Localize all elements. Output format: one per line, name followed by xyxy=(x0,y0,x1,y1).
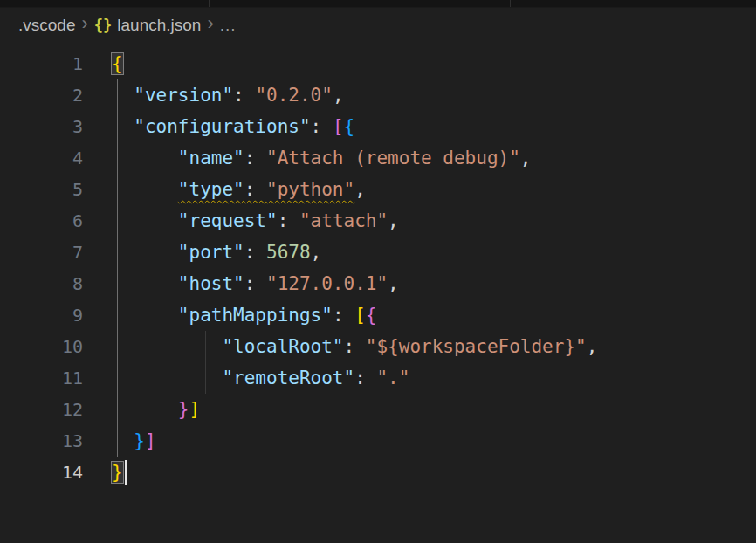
tab-bar-edge xyxy=(0,0,756,8)
code-token: { xyxy=(344,116,355,137)
code-line-content[interactable]: "localRoot": "${workspaceFolder}", xyxy=(83,331,597,362)
line-number[interactable]: 1 xyxy=(0,48,83,79)
line-number[interactable]: 14 xyxy=(0,457,83,488)
code-token: , xyxy=(388,210,399,231)
code-line[interactable]: 11 "remoteRoot": "." xyxy=(0,362,756,394)
line-number[interactable]: 8 xyxy=(0,268,83,299)
indent-guide xyxy=(162,268,162,299)
code-token: , xyxy=(520,148,532,168)
line-number[interactable]: 10 xyxy=(0,331,83,362)
code-token xyxy=(112,399,178,420)
code-line[interactable]: 5 "type": "python", xyxy=(0,174,756,205)
line-number[interactable]: 11 xyxy=(0,362,83,394)
code-token: "name" xyxy=(178,148,244,168)
code-line-content[interactable]: "host": "127.0.0.1", xyxy=(83,268,399,299)
code-line[interactable]: 4 "name": "Attach (remote debug)", xyxy=(0,142,756,174)
code-token: "remoteRoot" xyxy=(222,368,354,388)
code-token: , xyxy=(333,85,344,106)
json-file-icon: {} xyxy=(94,17,112,34)
line-number[interactable]: 7 xyxy=(0,237,83,268)
code-line[interactable]: 10 "localRoot": "${workspaceFolder}", xyxy=(0,331,756,362)
code-line-content[interactable]: "pathMappings": [{ xyxy=(83,299,376,331)
text-cursor xyxy=(125,460,127,485)
editor-code-area[interactable]: 1{2 "version": "0.2.0",3 "configurations… xyxy=(0,42,756,488)
code-token xyxy=(112,242,178,263)
breadcrumb-folder[interactable]: .vscode xyxy=(18,16,75,35)
code-line-content[interactable]: }] xyxy=(83,425,156,457)
code-token xyxy=(112,305,178,326)
code-token: [ xyxy=(354,305,366,326)
breadcrumb-symbol-more[interactable]: ... xyxy=(220,16,237,35)
line-number[interactable]: 5 xyxy=(0,174,83,205)
code-token xyxy=(112,430,134,451)
indent-guide xyxy=(162,331,162,362)
line-number[interactable]: 12 xyxy=(0,394,83,425)
chevron-right-icon: › xyxy=(201,14,219,33)
code-line-content[interactable]: "version": "0.2.0", xyxy=(83,79,344,111)
code-token: : xyxy=(244,148,266,168)
code-line-content[interactable]: "type": "python", xyxy=(83,174,366,205)
indent-guide xyxy=(205,362,206,394)
code-line[interactable]: 1{ xyxy=(0,48,756,79)
indent-guide xyxy=(162,362,162,394)
line-number[interactable]: 13 xyxy=(0,425,83,457)
line-number[interactable]: 9 xyxy=(0,299,83,331)
tab-edge-segment xyxy=(210,0,511,7)
line-number[interactable]: 2 xyxy=(0,79,83,111)
code-line[interactable]: 3 "configurations": [{ xyxy=(0,111,756,142)
code-line-content[interactable]: "configurations": [{ xyxy=(83,111,354,142)
code-token: "." xyxy=(376,368,409,388)
code-token: 5678 xyxy=(266,242,311,263)
code-line[interactable]: 7 "port": 5678, xyxy=(0,237,756,268)
code-line[interactable]: 2 "version": "0.2.0", xyxy=(0,79,756,111)
code-line-content[interactable]: "remoteRoot": "." xyxy=(83,362,409,394)
code-line[interactable]: 14} xyxy=(0,457,756,488)
code-token: { xyxy=(112,53,123,74)
indent-guide xyxy=(117,142,118,174)
code-token xyxy=(112,273,178,294)
breadcrumb-file[interactable]: launch.json xyxy=(117,16,201,35)
code-line[interactable]: 6 "request": "attach", xyxy=(0,205,756,237)
code-token: "type" xyxy=(178,179,244,200)
code-token: : xyxy=(244,273,266,294)
code-token: "0.2.0" xyxy=(255,85,333,106)
indent-guide xyxy=(117,425,118,457)
code-token: , xyxy=(388,273,399,294)
code-token: } xyxy=(134,430,145,451)
code-line[interactable]: 13 }] xyxy=(0,425,756,457)
indent-guide xyxy=(117,268,118,299)
code-line-content[interactable]: "name": "Attach (remote debug)", xyxy=(83,142,531,174)
code-line-content[interactable]: } xyxy=(83,457,127,488)
indent-guide xyxy=(117,394,118,425)
code-token: "Attach (remote debug)" xyxy=(266,148,520,168)
code-token: "port" xyxy=(178,242,244,263)
code-line-content[interactable]: "port": 5678, xyxy=(83,237,321,268)
code-token: : xyxy=(278,210,299,231)
code-token: : xyxy=(244,179,266,200)
tab-edge-segment xyxy=(511,0,756,7)
code-token xyxy=(112,210,178,231)
line-number[interactable]: 4 xyxy=(0,142,83,174)
code-line-content[interactable]: "request": "attach", xyxy=(83,205,399,237)
code-line-content[interactable]: { xyxy=(83,48,123,79)
line-number[interactable]: 6 xyxy=(0,205,83,237)
indent-guide xyxy=(117,205,118,237)
code-line[interactable]: 12 }] xyxy=(0,394,756,425)
code-line[interactable]: 8 "host": "127.0.0.1", xyxy=(0,268,756,299)
indent-guide xyxy=(117,174,118,205)
code-token: { xyxy=(366,305,377,326)
code-token: "version" xyxy=(134,85,233,106)
line-number[interactable]: 3 xyxy=(0,111,83,142)
code-token: } xyxy=(112,462,123,483)
code-token: } xyxy=(178,399,189,420)
indent-guide xyxy=(117,79,118,111)
code-line-content[interactable]: }] xyxy=(83,394,200,425)
code-token: : xyxy=(244,242,266,263)
indent-guide xyxy=(162,205,162,237)
indent-guide xyxy=(162,174,162,205)
indent-guide xyxy=(117,237,118,268)
code-line[interactable]: 9 "pathMappings": [{ xyxy=(0,299,756,331)
indent-guide xyxy=(117,299,118,331)
code-token: : xyxy=(354,368,376,388)
code-token: , xyxy=(354,179,366,200)
